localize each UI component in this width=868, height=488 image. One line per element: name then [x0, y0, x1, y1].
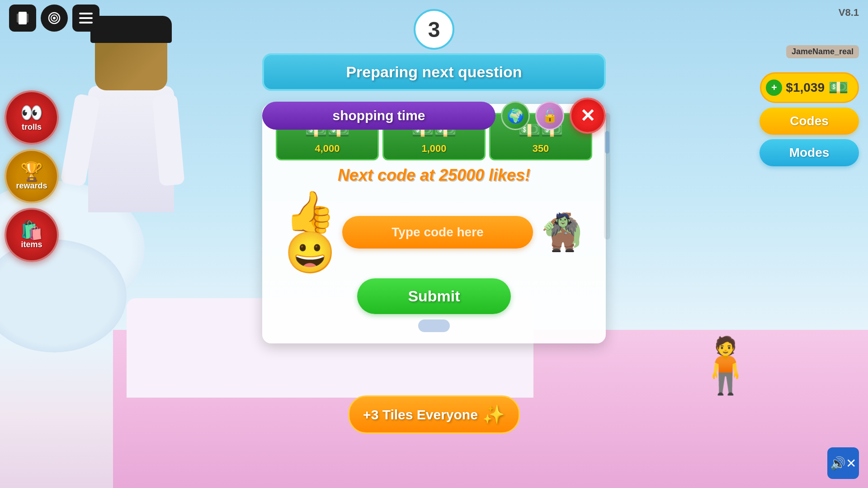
- shrek-character: 🧌: [540, 214, 585, 250]
- money-plus-icon: +: [766, 80, 782, 96]
- close-button[interactable]: ✕: [570, 98, 606, 134]
- center-panel: 3 Preparing next question shopping time …: [262, 9, 606, 139]
- trolls-label: trolls: [22, 122, 42, 132]
- money-icon: 💵: [828, 78, 849, 97]
- sound-button[interactable]: 🔊✕: [827, 447, 859, 479]
- items-icon: 🛍️: [20, 221, 43, 239]
- roblox-button[interactable]: [9, 5, 36, 32]
- trolls-icon: 👀: [20, 103, 43, 122]
- codes-button[interactable]: Codes: [760, 108, 859, 135]
- right-panel: + $1,039 💵 Codes Modes: [760, 72, 859, 166]
- menu-button[interactable]: [72, 5, 99, 32]
- round-number: 3: [428, 17, 440, 42]
- shopping-banner: shopping time: [262, 102, 495, 130]
- player-name-text: JameName_real: [792, 47, 854, 56]
- left-sidebar: 👀 trolls 🏆 rewards 🛍️ items: [5, 90, 59, 262]
- modes-label: Modes: [789, 145, 830, 160]
- lock-icon: 🔓: [542, 108, 558, 123]
- svg-rect-6: [79, 17, 93, 19]
- notification-text: +3 Tiles Everyone: [363, 407, 478, 422]
- next-code-text: Next code at 25000 likes!: [276, 166, 592, 185]
- submit-label: Submit: [408, 287, 460, 305]
- globe-button[interactable]: 🌍: [501, 101, 530, 130]
- round-badge: 3: [414, 9, 454, 50]
- sidebar-item-items[interactable]: 🛍️ items: [5, 208, 59, 262]
- thumbs-emoji: 👍😀: [285, 192, 335, 273]
- notification-toast: +3 Tiles Everyone ✨: [348, 395, 520, 434]
- preparing-text: Preparing next question: [346, 63, 522, 80]
- lock-button[interactable]: 🔓: [535, 101, 564, 130]
- sidebar-item-trolls[interactable]: 👀 trolls: [5, 90, 59, 145]
- scroll-indicator: [418, 319, 450, 332]
- code-input[interactable]: [342, 216, 533, 249]
- sound-icon: 🔊✕: [830, 456, 856, 471]
- player-name-badge: JameName_real: [786, 45, 859, 58]
- star-icon: ✨: [482, 404, 505, 425]
- money-amount: $1,039: [786, 80, 825, 95]
- cash-amount-2: 1,000: [387, 143, 481, 155]
- svg-rect-1: [17, 14, 28, 23]
- modes-button[interactable]: Modes: [760, 139, 859, 166]
- cash-amount-1: 4,000: [281, 143, 374, 155]
- cash-amount-3: 350: [494, 143, 587, 155]
- svg-rect-7: [79, 22, 93, 23]
- character-right: 🧍: [692, 334, 760, 398]
- target-button[interactable]: [41, 5, 68, 32]
- main-panel: 💵💵 4,000 💵💵 1,000 💵💵 350 Next code at 25…: [262, 104, 606, 343]
- code-input-row: 👍😀 🧌: [285, 192, 583, 273]
- rewards-icon: 🏆: [20, 162, 43, 180]
- preparing-banner: Preparing next question: [262, 53, 606, 91]
- codes-label: Codes: [790, 114, 829, 128]
- rewards-label: rewards: [16, 181, 47, 191]
- money-display: + $1,039 💵: [760, 72, 859, 103]
- sidebar-item-rewards[interactable]: 🏆 rewards: [5, 149, 59, 203]
- close-icon: ✕: [580, 105, 595, 126]
- character-left: [54, 0, 199, 262]
- svg-rect-5: [79, 13, 93, 14]
- items-label: items: [21, 240, 42, 249]
- submit-button[interactable]: Submit: [357, 278, 511, 314]
- globe-icon: 🌍: [507, 108, 524, 124]
- code-area: 👍😀 🧌 Submit: [276, 192, 592, 314]
- shopping-label: shopping time: [333, 108, 425, 123]
- shopping-row: shopping time 🌍 🔓 ✕: [262, 98, 606, 134]
- svg-point-4: [53, 17, 56, 19]
